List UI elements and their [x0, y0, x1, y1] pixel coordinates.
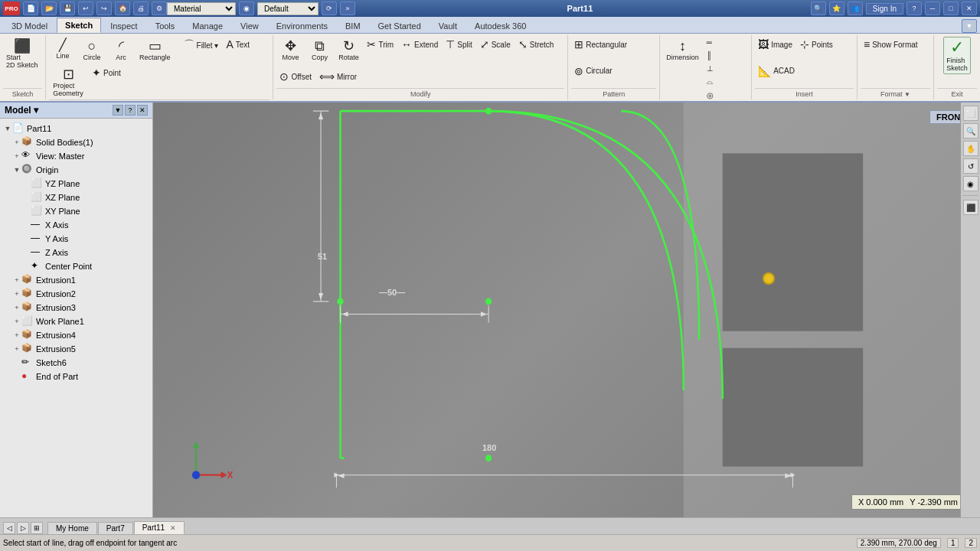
model-panel-filter[interactable]: ▼	[113, 105, 123, 116]
rotate-btn[interactable]: ↻ Rotate	[335, 37, 362, 64]
extend-btn[interactable]: ↔ Extend	[398, 37, 441, 52]
favorites-btn[interactable]: ⭐	[829, 2, 844, 15]
acad-btn[interactable]: 📐 ACAD	[755, 64, 798, 79]
tree-item-extrusion5[interactable]: + 📦 Extrusion5	[3, 342, 149, 356]
circular-btn[interactable]: ⊚ Circular	[571, 64, 615, 79]
stretch-btn[interactable]: ⤡ Stretch	[515, 37, 557, 52]
tab-autodesk360[interactable]: Autodesk 360	[466, 18, 534, 33]
tab-manage[interactable]: Manage	[184, 18, 231, 33]
new-btn[interactable]: 📄	[23, 2, 38, 15]
ribbon-customize[interactable]: ▼	[962, 19, 977, 33]
tree-item-end-of-part[interactable]: ● End of Part	[3, 370, 149, 383]
tab-tools[interactable]: Tools	[147, 18, 184, 33]
constraint-tang-btn[interactable]: ⌓	[704, 76, 720, 88]
tree-item-extrusion1[interactable]: + 📦 Extrusion1	[3, 273, 149, 287]
constraint-horiz-btn[interactable]: ═	[704, 37, 720, 48]
scale-btn[interactable]: ⤢ Scale	[477, 37, 514, 52]
tab-3dmodel[interactable]: 3D Model	[3, 18, 56, 33]
split-btn[interactable]: ⊤ Split	[443, 37, 475, 52]
tab-myhome[interactable]: My Home	[47, 522, 97, 534]
tree-item-sketch6[interactable]: ✏ Sketch6	[3, 356, 149, 370]
material-select[interactable]: Material	[167, 2, 236, 15]
tree-item-extrusion4[interactable]: + 📦 Extrusion4	[3, 328, 149, 342]
trim-btn[interactable]: ✂ Trim	[364, 37, 397, 52]
zoom-btn[interactable]: 🔍	[963, 123, 978, 139]
mirror-btn[interactable]: ⟺ Mirror	[316, 69, 360, 84]
tab-environments[interactable]: Environments	[268, 18, 336, 33]
signin-btn[interactable]: Sign In	[866, 3, 903, 15]
line-btn[interactable]: ╱ Line	[49, 37, 77, 62]
home-btn[interactable]: 🏠	[115, 2, 130, 15]
model-panel-close[interactable]: ✕	[137, 105, 148, 116]
tab-vault[interactable]: Vault	[430, 18, 466, 33]
rectangular-btn[interactable]: ⊞ Rectangular	[571, 37, 630, 52]
tree-item-xy-plane[interactable]: ⬜ XY Plane	[3, 204, 149, 218]
tab-sketch[interactable]: Sketch	[57, 18, 101, 33]
tab-view-grid[interactable]: ⊞	[31, 522, 43, 534]
arc-btn[interactable]: ◜ Arc	[107, 37, 135, 64]
tree-item-extrusion2[interactable]: + 📦 Extrusion2	[3, 287, 149, 301]
fillet-btn[interactable]: ⌒ Fillet ▾	[181, 37, 222, 54]
redo-btn[interactable]: ↪	[96, 2, 112, 15]
save-btn[interactable]: 💾	[60, 2, 75, 15]
search-btn[interactable]: 🔍	[811, 2, 826, 15]
constraint-vert-btn[interactable]: ║	[704, 50, 720, 61]
constraint-perp-btn[interactable]: ⊥	[704, 63, 720, 74]
undo-btn[interactable]: ↩	[78, 2, 93, 15]
pan-btn[interactable]: ✋	[963, 141, 978, 156]
tree-item-yz-plane[interactable]: ⬜ YZ Plane	[3, 177, 149, 191]
close-btn[interactable]: ✕	[962, 2, 977, 15]
tab-inspect[interactable]: Inspect	[102, 18, 145, 33]
maximize-btn[interactable]: □	[943, 2, 959, 15]
text-btn[interactable]: A Text	[223, 37, 253, 52]
circle-btn[interactable]: ○ Circle	[78, 37, 106, 64]
look-btn[interactable]: ◉	[963, 176, 978, 191]
tab-part7[interactable]: Part7	[98, 522, 133, 534]
community-btn[interactable]: 👥	[848, 2, 863, 15]
model-panel-search[interactable]: ?	[125, 105, 136, 116]
tab-getstarted[interactable]: Get Started	[370, 18, 430, 33]
tree-item-part11[interactable]: ▼ 📄 Part11	[3, 122, 149, 135]
minimize-btn[interactable]: ─	[925, 2, 940, 15]
orbit-btn[interactable]: ↺	[963, 158, 978, 174]
constraint-coinci-btn[interactable]: ◎	[704, 90, 720, 101]
status-page2[interactable]: 2	[965, 538, 977, 548]
tree-item-origin[interactable]: ▼ 🔘 Origin	[3, 163, 149, 177]
copy-btn[interactable]: ⧉ Copy	[305, 37, 333, 64]
view-select[interactable]: Default	[257, 2, 318, 15]
tab-view-left[interactable]: ◁	[3, 522, 15, 534]
dimension-btn[interactable]: ↕ Dimension	[663, 37, 702, 64]
tree-item-y-axis[interactable]: — Y Axis	[3, 232, 149, 246]
tree-item-xz-plane[interactable]: ⬜ XZ Plane	[3, 191, 149, 204]
view-toggle[interactable]: ◉	[239, 2, 254, 15]
tree-item-extrusion3[interactable]: + 📦 Extrusion3	[3, 301, 149, 315]
tree-item-work-plane1[interactable]: + ⬜ Work Plane1	[3, 315, 149, 328]
start-2dsketch-btn[interactable]: ⬛ Start2D Sketch	[3, 37, 41, 71]
point-btn[interactable]: ✦ Point	[89, 65, 124, 80]
tree-item-z-axis[interactable]: — Z Axis	[3, 246, 149, 259]
print-btn[interactable]: 🖨	[133, 2, 149, 15]
view-sync[interactable]: ⟳	[322, 2, 337, 15]
project-geometry-btn[interactable]: ⊡ ProjectGeometry	[49, 65, 87, 99]
tab-part11[interactable]: Part11 ✕	[134, 521, 185, 534]
image-btn[interactable]: 🖼 Image	[755, 37, 795, 52]
prop-btn[interactable]: ⚙	[152, 2, 167, 15]
offset-btn[interactable]: ⊙ Offset	[276, 69, 315, 84]
show-format-btn[interactable]: ≡ Show Format	[861, 37, 921, 52]
view-expand[interactable]: »	[340, 2, 355, 15]
tab-bim[interactable]: BIM	[337, 18, 369, 33]
expander-solid-bodies[interactable]: +	[12, 138, 21, 147]
tree-item-center-point[interactable]: ✦ Center Point	[3, 259, 149, 273]
finish-sketch-btn[interactable]: ✓ FinishSketch	[943, 37, 971, 74]
open-btn[interactable]: 📂	[41, 2, 57, 15]
expander-part11[interactable]: ▼	[3, 124, 12, 133]
rectangle-btn[interactable]: ▭ Rectangle	[136, 37, 174, 64]
tab-view[interactable]: View	[232, 18, 267, 33]
window-btn[interactable]: ⬛	[963, 200, 978, 215]
points-btn[interactable]: ⊹ Points	[797, 37, 836, 52]
tab-close-icon[interactable]: ✕	[170, 524, 176, 532]
help-btn[interactable]: ?	[906, 2, 922, 15]
viewport[interactable]: X 51 —50— 180 FRONT	[153, 103, 980, 517]
tree-item-view-master[interactable]: + 👁 View: Master	[3, 149, 149, 163]
tab-view-right[interactable]: ▷	[17, 522, 29, 534]
